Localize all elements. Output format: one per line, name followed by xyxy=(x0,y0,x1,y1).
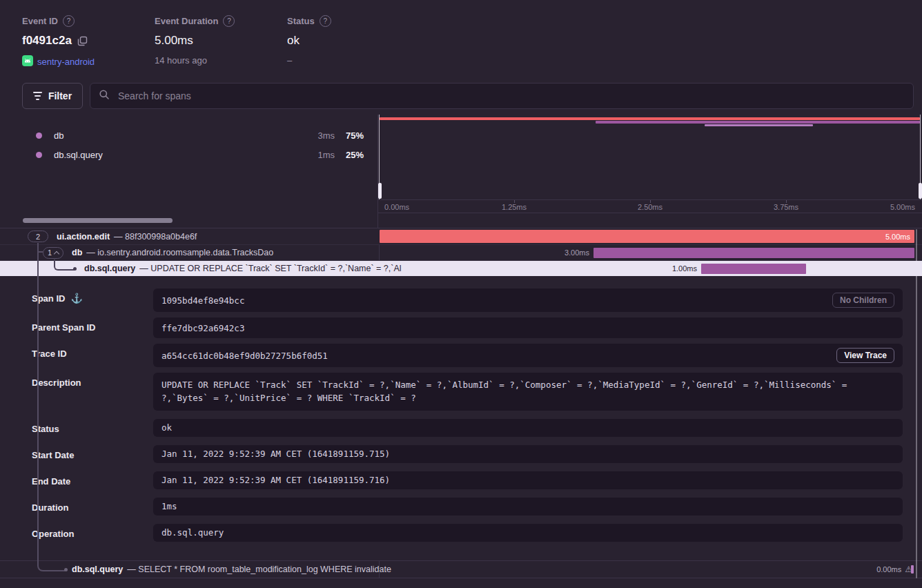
status-value: ok xyxy=(161,422,172,433)
op-duration: 3ms xyxy=(303,130,335,141)
detail-label: Span ID ⚓ xyxy=(32,288,153,312)
span-op: ui.action.edit xyxy=(57,232,110,242)
span-op: db xyxy=(72,248,82,257)
detail-label-text: End Date xyxy=(32,476,70,487)
axis-label-0: 0.00ms xyxy=(384,203,409,211)
span-row-title: db.sql.query — UPDATE OR REPLACE `Track`… xyxy=(0,261,463,276)
filter-icon xyxy=(33,92,42,100)
minimap-bar-db-sql-query xyxy=(705,124,814,126)
duration-box: 1ms xyxy=(153,498,903,516)
op-percent: 25% xyxy=(335,150,364,160)
event-duration-value: 5.00ms xyxy=(155,34,287,48)
viewport-left-handle[interactable] xyxy=(378,183,382,199)
detail-label-text: Start Date xyxy=(32,450,74,460)
span-row-ui-action-edit[interactable]: 2 ui.action.edit — 88f300998a0b4e6f 5.00… xyxy=(0,228,922,244)
span-desc: — 88f300998a0b4e6f xyxy=(114,232,197,242)
filter-button[interactable]: Filter xyxy=(22,83,83,109)
detail-row-parent-span-id: Parent Span ID ffe7dbc92a6942c3 xyxy=(32,317,903,338)
op-name: db xyxy=(54,130,303,141)
detail-label-text: Parent Span ID xyxy=(32,322,95,333)
status-label-text: Status xyxy=(287,16,315,26)
event-id-block: Event ID ? f0491c2a sentry-android xyxy=(22,15,155,77)
breakdown-row-db[interactable]: db 3ms 75% xyxy=(0,126,377,145)
span-row-db-sql-query-selected[interactable]: db.sql.query — UPDATE OR REPLACE `Track`… xyxy=(0,260,922,276)
op-name: db.sql.query xyxy=(54,150,303,160)
trace-minimap[interactable] xyxy=(378,115,922,200)
event-id-value: f0491c2a xyxy=(22,34,155,48)
detail-row-end-date: End Date Jan 11, 2022 9:52:39 AM CET (16… xyxy=(32,471,903,489)
detail-row-description: Description UPDATE OR REPLACE `Track` SE… xyxy=(32,373,903,411)
detail-row-status: Status ok xyxy=(32,419,903,437)
span-bar-duration: 5.00ms xyxy=(885,233,910,241)
android-project-icon xyxy=(22,55,33,68)
copy-icon[interactable] xyxy=(77,36,88,46)
horizontal-scrollbar[interactable] xyxy=(23,218,173,223)
operation-value: db.sql.query xyxy=(161,527,224,538)
trace-overview: db 3ms 75% db.sql.query 1ms 25% xyxy=(0,115,922,228)
detail-label-text: Trace ID xyxy=(32,349,67,359)
event-duration-block: Event Duration ? 5.00ms 14 hours ago xyxy=(155,15,287,77)
span-duration-wrap: 0.00ms ⚠ xyxy=(876,561,912,578)
span-detail-page: Event ID ? f0491c2a sentry-android Event… xyxy=(0,0,922,588)
minimap-bar-db xyxy=(596,121,920,124)
detail-label-text: Span ID xyxy=(32,293,65,304)
event-header: Event ID ? f0491c2a sentry-android Event… xyxy=(0,0,922,77)
search-bar[interactable] xyxy=(90,83,914,109)
view-trace-button[interactable]: View Trace xyxy=(836,348,894,363)
no-children-button[interactable]: No Children xyxy=(832,293,894,308)
status-value: ok xyxy=(287,34,420,48)
span-row-db-sql-query-select[interactable]: db.sql.query — SELECT * FROM room_table_… xyxy=(0,560,922,578)
badge-count: 1 xyxy=(48,248,52,257)
children-count-badge[interactable]: 2 xyxy=(28,231,48,242)
duration-value: 1ms xyxy=(161,501,177,511)
span-op: db.sql.query xyxy=(84,264,135,273)
minimap-wrap: 0.00ms 1.25ms 2.50ms 3.75ms 5.00ms xyxy=(378,115,922,228)
op-percent: 75% xyxy=(335,130,364,141)
span-desc: — SELECT * FROM room_table_modification_… xyxy=(127,565,391,574)
span-desc: — io.sentry.android.roomsample.data.Trac… xyxy=(86,248,273,257)
help-icon[interactable]: ? xyxy=(63,15,75,27)
status-sub: – xyxy=(287,55,420,66)
status-label: Status ? xyxy=(287,15,420,27)
axis-label-2: 2.50ms xyxy=(638,203,663,211)
event-age: 14 hours ago xyxy=(155,55,287,66)
axis-label-3: 3.75ms xyxy=(774,203,798,211)
help-icon[interactable]: ? xyxy=(223,15,235,27)
description-box: UPDATE OR REPLACE `Track` SET `TrackId` … xyxy=(153,373,903,411)
event-duration-label-text: Event Duration xyxy=(155,16,218,26)
event-id-label-text: Event ID xyxy=(22,16,58,26)
span-bar-duration: 1.00ms xyxy=(649,264,697,273)
breakdown-row-db-sql-query[interactable]: db.sql.query 1ms 25% xyxy=(0,145,377,164)
badge-count: 2 xyxy=(36,233,40,241)
children-count-badge[interactable]: 1 xyxy=(43,247,63,259)
start-date-value: Jan 11, 2022 9:52:39 AM CET (1641891159.… xyxy=(161,449,390,459)
detail-row-trace-id: Trace ID a654cc61dc0b48ef9d0b27275b6f0d5… xyxy=(32,344,903,367)
event-id-text: f0491c2a xyxy=(22,34,72,48)
trace-id-value: a654cc61dc0b48ef9d0b27275b6f0d51 xyxy=(161,351,328,361)
axis-label-1: 1.25ms xyxy=(502,203,527,211)
search-input[interactable] xyxy=(117,90,905,102)
minimap-bar-ui-action-edit xyxy=(380,117,920,120)
span-bar-ui-action-edit[interactable]: 5.00ms xyxy=(380,230,914,243)
anchor-icon[interactable]: ⚓ xyxy=(70,293,82,303)
vertical-scrollbar[interactable] xyxy=(916,229,917,578)
detail-row-start-date: Start Date Jan 11, 2022 9:52:39 AM CET (… xyxy=(32,445,903,463)
chevron-up-icon xyxy=(54,251,59,256)
viewport-right-handle[interactable] xyxy=(919,183,922,199)
span-id-box: 1095bd4ef8e94bcc No Children xyxy=(153,288,903,312)
span-bar-db-sql-query[interactable] xyxy=(701,264,806,274)
status-block: Status ? ok – xyxy=(287,15,420,77)
event-id-label: Event ID ? xyxy=(22,15,155,27)
span-row-db[interactable]: 1 db — io.sentry.android.roomsample.data… xyxy=(0,244,922,260)
help-icon[interactable]: ? xyxy=(320,15,331,27)
span-id-value: 1095bd4ef8e94bcc xyxy=(161,295,244,306)
span-bar-db[interactable] xyxy=(594,248,914,258)
project-row: sentry-android xyxy=(22,55,155,68)
toolbar: Filter xyxy=(22,83,914,109)
project-link[interactable]: sentry-android xyxy=(37,57,95,67)
tree-column-divider xyxy=(379,245,380,260)
span-op: db.sql.query xyxy=(72,565,123,574)
ops-breakdown: db 3ms 75% db.sql.query 1ms 25% xyxy=(0,115,378,228)
start-date-box: Jan 11, 2022 9:52:39 AM CET (1641891159.… xyxy=(153,445,903,463)
event-duration-label: Event Duration ? xyxy=(155,15,287,27)
